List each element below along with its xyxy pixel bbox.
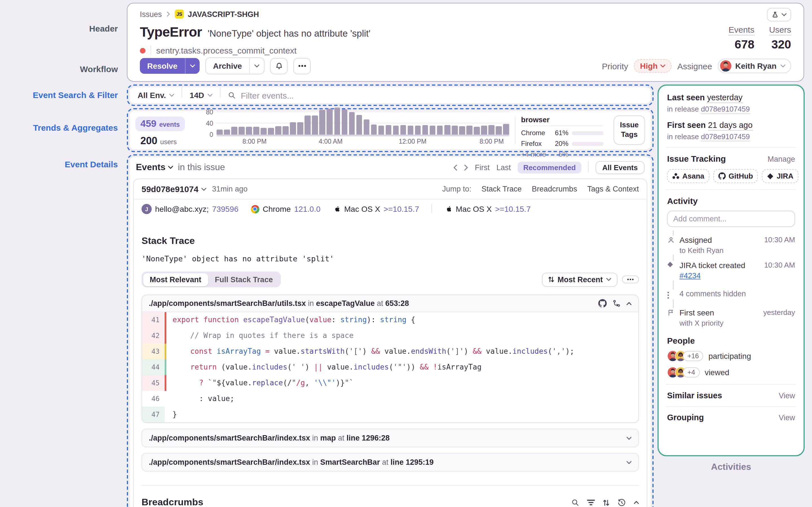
chart-bar <box>312 115 318 135</box>
code-line: 43 const isArrayTag = value.startsWith('… <box>142 344 638 359</box>
frame-function: SmartSearchBar <box>320 458 380 466</box>
search-icon[interactable] <box>571 499 579 506</box>
manage-link[interactable]: Manage <box>767 155 795 163</box>
frame-path: ./app/components/smartSearchBar/index.ts… <box>149 434 310 442</box>
sort-arrows-icon[interactable] <box>603 499 610 506</box>
workflow-actions: Resolve Archive <box>140 57 311 74</box>
first-event-link[interactable]: First <box>475 163 490 172</box>
expand-frame-icon[interactable] <box>626 460 631 464</box>
release-link[interactable]: d078e9107459 <box>701 105 750 114</box>
chart-bar <box>334 108 340 135</box>
event-age: 31min ago <box>212 185 248 193</box>
frame-header[interactable]: ./app/components/smartSearchBar/utils.ts… <box>142 295 638 312</box>
tab-full-stack-trace[interactable]: Full Stack Trace <box>208 273 280 286</box>
experiment-flask-button[interactable] <box>767 8 791 21</box>
github-integration-button[interactable]: GitHub <box>713 169 758 183</box>
sort-most-recent-dropdown[interactable]: Most Recent <box>542 272 617 286</box>
archive-button-label[interactable]: Archive <box>206 58 249 74</box>
chevron-right-icon[interactable] <box>464 164 468 170</box>
issue-tags-button[interactable]: Issue Tags <box>613 115 645 145</box>
tab-most-relevant[interactable]: Most Relevant <box>143 273 208 286</box>
line-number: 41 <box>142 312 165 328</box>
x-axis-ticks: 8:00 PM4:00 AM12:00 PM8:00 PM <box>216 138 509 146</box>
grouping-view-link[interactable]: View <box>779 413 795 422</box>
code-text: ? `"${value.replace(/"/g, '\\"')}"` <box>165 375 638 391</box>
activity-header: Activity <box>667 196 795 206</box>
chevron-left-icon[interactable] <box>453 164 457 170</box>
last-seen-label: Last seen <box>667 93 705 102</box>
event-id-row: 59d078e91074 31min ago Jump to: Stack Tr… <box>134 179 647 199</box>
browser-context: Chrome 121.0.0 <box>251 205 320 214</box>
priority-dropdown[interactable]: High <box>634 59 672 73</box>
frame-conn: in <box>312 434 318 442</box>
events-stat: Events 678 <box>728 25 755 51</box>
hidden-comments-label[interactable]: 4 comments hidden <box>679 290 795 298</box>
stack-trace-options-button[interactable] <box>622 276 639 283</box>
annotation-workflow: Workflow <box>80 64 118 74</box>
environment-dropdown[interactable]: All Env. <box>138 91 174 100</box>
expand-frame-icon[interactable] <box>626 436 631 440</box>
stack-trace-tabs: Most Relevant Full Stack Trace <box>142 272 281 287</box>
similar-issues-view-link[interactable]: View <box>779 392 795 400</box>
chart-bar <box>488 125 494 135</box>
stack-trace-heading: Stack Trace <box>142 235 639 247</box>
events-stat-label[interactable]: Events <box>728 25 755 36</box>
subscribe-bell-button[interactable] <box>270 58 288 74</box>
code-text: : value; <box>165 391 638 407</box>
all-events-button[interactable]: All Events <box>596 161 645 174</box>
participants-more-count[interactable]: +16 <box>683 351 703 361</box>
archive-button[interactable]: Archive <box>205 57 264 74</box>
date-range-dropdown[interactable]: 14D <box>190 91 213 100</box>
suspect-commit-icon[interactable] <box>612 299 621 307</box>
resolve-button[interactable]: Resolve <box>140 58 199 74</box>
frame-conn: in <box>308 299 314 307</box>
last-seen-value[interactable]: yesterday <box>707 93 743 103</box>
archive-dropdown-toggle[interactable] <box>250 58 264 74</box>
activity-item-hidden-comments[interactable]: 4 comments hidden <box>667 281 795 299</box>
tag-row: Firefox 20% <box>521 140 603 148</box>
issue-culprit: sentry.tasks.process_commit_context <box>156 46 297 55</box>
chart-bar <box>283 126 289 135</box>
annotation-activities: Activities <box>658 462 805 472</box>
resolve-button-label[interactable]: Resolve <box>140 58 185 74</box>
stack-trace-controls: Most Relevant Full Stack Trace Most Rece… <box>142 272 639 287</box>
jump-link-stack-trace[interactable]: Stack Trace <box>481 185 522 193</box>
breadcrumb-issues-link[interactable]: Issues <box>140 10 162 18</box>
stack-frame-collapsed[interactable]: ./app/components/smartSearchBar/index.ts… <box>142 453 639 471</box>
collapse-frame-icon[interactable] <box>626 302 631 305</box>
activity-item-jira-ticket: JIRA ticket created #4234 10:30 AM <box>667 255 795 281</box>
chart-bar <box>305 115 311 135</box>
jira-ticket-link[interactable]: #4234 <box>679 272 701 280</box>
collapse-section-icon[interactable] <box>634 501 639 504</box>
event-id-dropdown[interactable]: 59d078e91074 <box>142 184 206 194</box>
asana-integration-button[interactable]: Asana <box>667 169 709 183</box>
jump-link-breadcrumbs[interactable]: Breadcrumbs <box>532 185 577 193</box>
chevron-down-icon <box>168 166 173 169</box>
github-icon[interactable] <box>598 299 607 307</box>
last-event-link[interactable]: Last <box>497 163 511 172</box>
release-link[interactable]: d078e9107459 <box>701 132 750 142</box>
add-comment-input[interactable]: Add comment... <box>667 211 795 227</box>
events-dropdown[interactable]: Events <box>136 162 173 172</box>
stack-frame-collapsed[interactable]: ./app/components/smartSearchBar/index.ts… <box>142 429 639 447</box>
tag-percent: 61% <box>550 129 568 137</box>
search-events-input[interactable]: Filter events... <box>228 91 643 100</box>
apple-icon <box>333 205 341 214</box>
chart-bar <box>342 109 347 135</box>
users-stat-label[interactable]: Users <box>769 25 791 36</box>
activity-title: JIRA ticket created <box>679 261 764 270</box>
jira-integration-button[interactable]: JIRA <box>762 169 799 183</box>
jump-link-tags-context[interactable]: Tags & Context <box>587 185 639 193</box>
users-count: 200 <box>140 135 157 147</box>
more-actions-button[interactable] <box>293 58 311 74</box>
assignee-dropdown[interactable]: Keith Ryan <box>718 59 791 73</box>
replay-clock-icon[interactable] <box>617 498 626 507</box>
filter-icon[interactable] <box>587 499 595 506</box>
jira-icon <box>767 173 774 179</box>
viewers-more-count[interactable]: +4 <box>683 367 700 378</box>
user-avatar: J <box>142 204 152 214</box>
chart-bar <box>466 125 472 135</box>
resolve-dropdown-toggle[interactable] <box>185 58 199 74</box>
recommended-toggle[interactable]: Recommended <box>518 161 581 173</box>
first-seen-value[interactable]: 21 days ago <box>708 121 753 131</box>
